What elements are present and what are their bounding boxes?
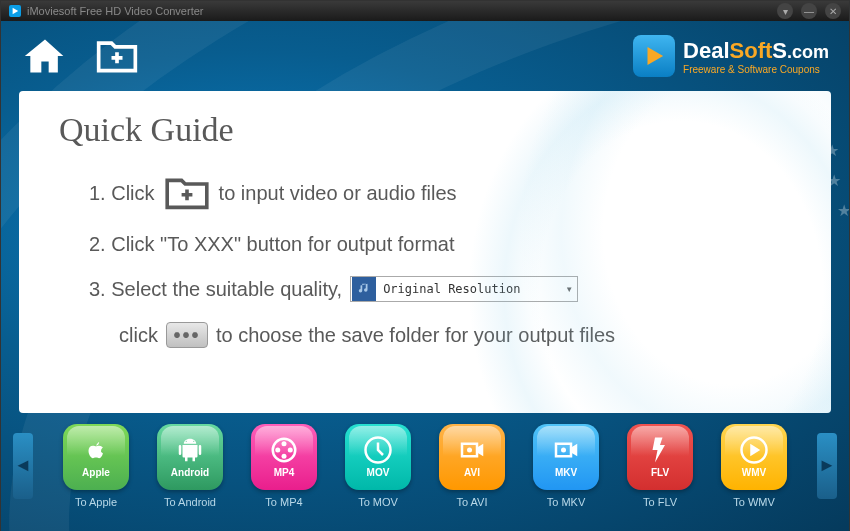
format-badge: Android — [171, 467, 209, 478]
app-body: ★ ★ ★ DealSoftS.com Freeware & Software … — [1, 21, 849, 531]
format-badge: AVI — [464, 467, 480, 478]
logo-text: DealSoftS.com — [683, 38, 829, 64]
format-label: To Android — [164, 496, 216, 508]
format-badge: Apple — [82, 467, 110, 478]
home-button[interactable] — [21, 32, 69, 80]
format-mov[interactable]: MOV To MOV — [345, 424, 411, 508]
guide-title: Quick Guide — [59, 111, 803, 149]
quick-guide-panel: Quick Guide 1. Click to input video or a… — [19, 91, 831, 413]
format-badge: FLV — [651, 467, 669, 478]
format-badge: MP4 — [274, 467, 295, 478]
svg-point-3 — [282, 441, 287, 446]
app-icon — [9, 5, 21, 17]
logo: DealSoftS.com Freeware & Software Coupon… — [633, 35, 829, 77]
svg-marker-1 — [648, 47, 664, 65]
svg-point-9 — [561, 448, 566, 453]
scroll-right-button[interactable]: ► — [817, 433, 837, 499]
svg-point-5 — [288, 448, 293, 453]
format-icon: MP4 — [251, 424, 317, 490]
format-wmv[interactable]: WMV To WMV — [721, 424, 787, 508]
svg-marker-0 — [13, 8, 19, 14]
format-icon: MKV — [533, 424, 599, 490]
minimize-button[interactable]: — — [801, 3, 817, 19]
format-apple[interactable]: Apple To Apple — [63, 424, 129, 508]
logo-tagline: Freeware & Software Coupons — [683, 64, 829, 75]
format-label: To WMV — [733, 496, 775, 508]
svg-point-4 — [275, 448, 280, 453]
format-mkv[interactable]: MKV To MKV — [533, 424, 599, 508]
format-label: To MOV — [358, 496, 398, 508]
scroll-left-button[interactable]: ◄ — [13, 433, 33, 499]
format-icon: MOV — [345, 424, 411, 490]
format-avi[interactable]: AVI To AVI — [439, 424, 505, 508]
add-file-button[interactable] — [93, 32, 141, 80]
format-bar: ◄ Apple To Apple Android To Android MP4 … — [1, 413, 849, 518]
menu-button[interactable]: ▾ — [777, 3, 793, 19]
quality-dropdown[interactable]: Original Resolution ▼ — [350, 276, 578, 302]
svg-marker-11 — [750, 444, 760, 457]
star-icon: ★ — [837, 201, 849, 220]
format-badge: MKV — [555, 467, 577, 478]
format-label: To Apple — [75, 496, 117, 508]
format-label: To MKV — [547, 496, 586, 508]
logo-icon — [633, 35, 675, 77]
toolbar: DealSoftS.com Freeware & Software Coupon… — [1, 21, 849, 91]
format-android[interactable]: Android To Android — [157, 424, 223, 508]
guide-step-3: 3. Select the suitable quality, Original… — [89, 276, 803, 302]
window-title: iMoviesoft Free HD Video Converter — [27, 5, 203, 17]
guide-step-1: 1. Click to input video or audio files — [89, 173, 803, 213]
format-icon: FLV — [627, 424, 693, 490]
format-label: To MP4 — [265, 496, 302, 508]
add-folder-icon — [163, 173, 211, 213]
chevron-down-icon: ▼ — [561, 285, 577, 294]
browse-button-icon: ••• — [166, 322, 208, 348]
quality-value: Original Resolution — [377, 282, 561, 296]
svg-point-8 — [467, 448, 472, 453]
format-label: To AVI — [457, 496, 488, 508]
format-badge: MOV — [367, 467, 390, 478]
format-icon: WMV — [721, 424, 787, 490]
svg-point-6 — [282, 454, 287, 459]
format-icon: Android — [157, 424, 223, 490]
format-icon: AVI — [439, 424, 505, 490]
format-icon: Apple — [63, 424, 129, 490]
format-badge: WMV — [742, 467, 766, 478]
titlebar: iMoviesoft Free HD Video Converter ▾ — ✕ — [1, 1, 849, 21]
music-note-icon — [352, 277, 376, 301]
close-button[interactable]: ✕ — [825, 3, 841, 19]
guide-step-3b: click ••• to choose the save folder for … — [119, 322, 803, 348]
format-mp4[interactable]: MP4 To MP4 — [251, 424, 317, 508]
format-label: To FLV — [643, 496, 677, 508]
guide-step-2: 2. Click "To XXX" button for output form… — [89, 233, 803, 256]
format-flv[interactable]: FLV To FLV — [627, 424, 693, 508]
app-window: iMoviesoft Free HD Video Converter ▾ — ✕… — [0, 0, 850, 531]
